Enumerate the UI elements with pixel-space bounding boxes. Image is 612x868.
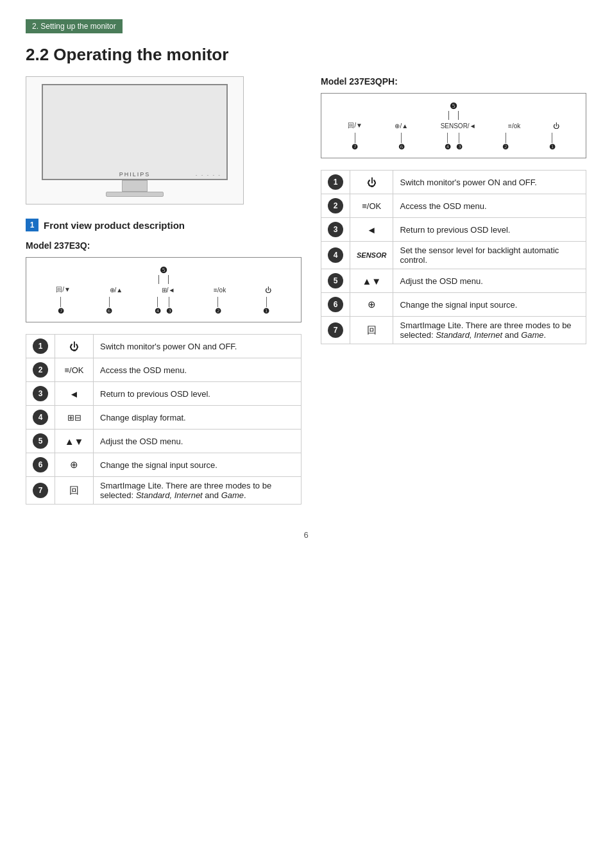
button-diagram-237E3Q: ❺ 回/▼ ⊕/▲ ⊞/◄ ≡/ok ⏻ ❼ bbox=[26, 257, 302, 322]
table-row: 7 回 SmartImage Lite. There are three mod… bbox=[26, 477, 302, 505]
table-row: 2 ≡/OK Access the OSD menu. bbox=[26, 358, 302, 382]
page-number: 6 bbox=[26, 530, 586, 540]
feature-table-237E3Q: 1 ⏻ Switch monitor's power ON and OFF. 2… bbox=[26, 334, 302, 505]
table-row: 3 ◄ Return to previous OSD level. bbox=[321, 218, 586, 242]
table-row: 7 回 SmartImage Lite. There are three mod… bbox=[321, 317, 586, 344]
table-row: 5 ▲▼ Adjust the OSD menu. bbox=[26, 430, 302, 453]
page-title: 2.2 Operating the monitor bbox=[26, 45, 586, 65]
table-row: 3 ◄ Return to previous OSD level. bbox=[26, 382, 302, 406]
table-row: 5 ▲▼ Adjust the OSD menu. bbox=[321, 269, 586, 293]
section-number-1: 1 bbox=[26, 219, 38, 231]
table-row: 4 ⊞⊟ Change display format. bbox=[26, 406, 302, 430]
table-row: 2 ≡/OK Access the OSD menu. bbox=[321, 194, 586, 218]
button-diagram-237E3QPH: ❺ 回/▼ ⊕/▲ SENSOR/◄ ≡/ok ⏻ ❼ bbox=[321, 93, 586, 158]
table-row: 1 ⏻ Switch monitor's power ON and OFF. bbox=[321, 171, 586, 194]
breadcrumb: 2. Setting up the monitor bbox=[26, 19, 123, 33]
front-view-label: 1 Front view product description bbox=[26, 219, 302, 231]
table-row: 1 ⏻ Switch monitor's power ON and OFF. bbox=[26, 335, 302, 358]
table-row: 4 SENSOR Set the sensor level for backli… bbox=[321, 242, 586, 269]
model-237E3Q-label: Model 237E3Q: bbox=[26, 240, 302, 251]
model-237E3QPH-label: Model 237E3QPH: bbox=[321, 76, 586, 87]
feature-table-237E3QPH: 1 ⏻ Switch monitor's power ON and OFF. 2… bbox=[321, 170, 586, 344]
table-row: 6 ⊕ Change the signal input source. bbox=[26, 453, 302, 477]
table-row: 6 ⊕ Change the signal input source. bbox=[321, 293, 586, 317]
monitor-diagram: PHILIPS - - - - - bbox=[26, 76, 244, 204]
